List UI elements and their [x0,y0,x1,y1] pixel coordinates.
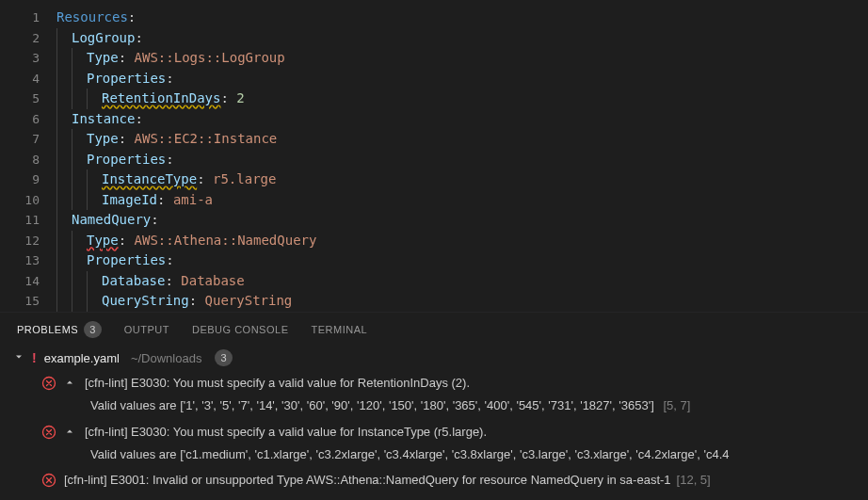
problem-message: [cfn-lint] E3030: You must specify a val… [85,374,470,393]
line-number: 14 [0,271,56,292]
problems-file-path: ~/Downloads [131,351,202,365]
code-line[interactable]: Properties: [56,150,868,170]
tab-output[interactable]: OUTPUT [124,320,169,339]
problem-message: [cfn-lint] E3030: You must specify a val… [85,423,487,442]
chevron-up-icon [64,376,77,393]
code-line[interactable]: Type: AWS::Logs::LogGroup [56,48,868,69]
tab-debug-console[interactable]: DEBUG CONSOLE [192,320,288,339]
editor-area[interactable]: 123456789101112131415 Resources:LogGroup… [0,0,868,312]
line-number-gutter: 123456789101112131415 [0,0,56,312]
tab-problems[interactable]: PROBLEMS 3 [17,317,102,342]
tab-output-label: OUTPUT [124,324,169,335]
error-icon [41,425,56,440]
yaml-file-icon: ! [32,350,37,365]
problems-file-row[interactable]: ! example.yaml ~/Downloads 3 [0,346,868,370]
chevron-up-icon [64,425,77,442]
line-number: 5 [0,89,56,109]
problem-location: [12, 5] [677,473,711,487]
code-line[interactable]: Instance: [56,109,868,130]
code-line[interactable]: ImageId: ami-a [56,190,868,211]
line-number: 4 [0,69,56,89]
line-number: 1 [0,8,56,28]
line-number: 11 [0,210,56,231]
problem-detail: Valid values are ['1', '3', '5', '7', '1… [0,396,868,419]
code-line[interactable]: Type: AWS::EC2::Instance [56,129,868,150]
panel-tabs: PROBLEMS 3 OUTPUT DEBUG CONSOLE TERMINAL [0,313,868,346]
code-line[interactable]: Properties: [56,69,868,89]
code-content[interactable]: Resources:LogGroup:Type: AWS::Logs::LogG… [56,0,868,312]
code-line[interactable]: NamedQuery: [56,210,868,231]
tab-terminal-label: TERMINAL [311,324,367,335]
line-number: 15 [0,291,56,312]
error-icon [41,376,56,391]
line-number: 6 [0,109,56,130]
problems-list: ! example.yaml ~/Downloads 3 [cfn-lint] … [0,346,868,500]
code-line[interactable]: LogGroup: [56,28,868,49]
error-icon [41,473,56,488]
line-number: 3 [0,48,56,69]
line-number: 8 [0,150,56,170]
code-line[interactable]: Resources: [56,8,868,28]
problem-location: [5, 7] [660,398,691,412]
tab-debug-label: DEBUG CONSOLE [192,324,288,335]
tab-problems-label: PROBLEMS [17,324,78,335]
line-number: 9 [0,169,56,190]
panel-area: PROBLEMS 3 OUTPUT DEBUG CONSOLE TERMINAL… [0,312,868,500]
tab-terminal[interactable]: TERMINAL [311,320,367,339]
problem-item[interactable]: [cfn-lint] E3030: You must specify a val… [0,419,868,445]
code-line[interactable]: QueryString: QueryString [56,291,868,312]
problem-message: [cfn-lint] E3001: Invalid or unsupported… [64,471,711,490]
code-line[interactable]: Database: Database [56,271,868,292]
file-problem-count-badge: 3 [215,349,232,366]
chevron-down-icon [13,351,26,365]
code-line[interactable]: InstanceType: r5.large [56,169,868,190]
line-number: 7 [0,129,56,150]
line-number: 12 [0,231,56,251]
code-line[interactable]: Properties: [56,250,868,271]
line-number: 10 [0,190,56,211]
problems-file-name: example.yaml [44,351,120,365]
line-number: 13 [0,250,56,271]
line-number: 2 [0,28,56,49]
code-line[interactable]: RetentionInDays: 2 [56,89,868,109]
problem-detail: Valid values are ['c1.medium', 'c1.xlarg… [0,445,868,468]
code-line[interactable]: Type: AWS::Athena::NamedQuery [56,231,868,251]
problems-count-badge: 3 [84,321,102,338]
problem-item[interactable]: [cfn-lint] E3030: You must specify a val… [0,370,868,396]
problem-item[interactable]: [cfn-lint] E3001: Invalid or unsupported… [0,467,868,493]
